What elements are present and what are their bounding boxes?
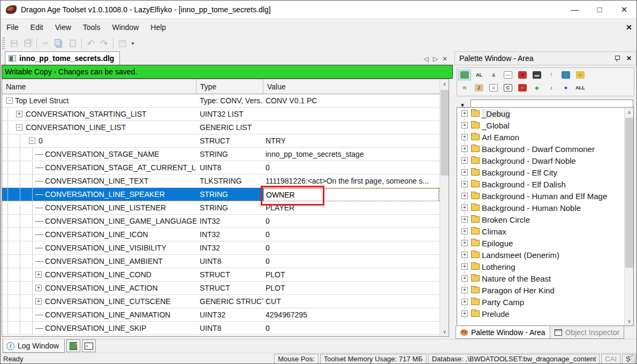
expand-plus-icon[interactable]: +: [461, 193, 468, 199]
menu-file[interactable]: File: [1, 20, 25, 35]
table-row[interactable]: −CONVERSATION_LINE_LISTGENERIC LIST: [2, 121, 439, 134]
menu-edit[interactable]: Edit: [25, 20, 49, 35]
close-document-icon[interactable]: ✕: [626, 23, 632, 32]
scroll-down-icon[interactable]: ∨: [625, 316, 634, 325]
table-row[interactable]: CONVERSATION_LINE_TEXTTLKSTRING111198122…: [2, 175, 439, 188]
expand-plus-icon[interactable]: +: [461, 299, 468, 305]
grid-scrollbar[interactable]: ∧ ∨: [439, 79, 449, 336]
collapse-minus-icon[interactable]: −: [6, 97, 13, 104]
resize-grip-icon[interactable]: [627, 354, 636, 363]
close-button[interactable]: ✕: [612, 1, 636, 18]
collapse-minus-icon[interactable]: −: [29, 138, 35, 144]
notebook-button[interactable]: [66, 339, 80, 352]
table-row[interactable]: CONVERSATION_LINE_GAME_LANGUAGEINT320: [2, 215, 439, 228]
script-icon[interactable]: Z: [473, 82, 486, 93]
palette-tree-item[interactable]: +Broken Circle: [457, 214, 633, 225]
expand-plus-icon[interactable]: +: [461, 287, 468, 293]
area-list-icon[interactable]: AL: [473, 70, 486, 80]
toolbar-dropdown-icon[interactable]: ▼: [131, 41, 135, 46]
menu-help[interactable]: Help: [145, 20, 172, 35]
save-icon[interactable]: [8, 37, 20, 49]
table-row[interactable]: CONVERSATION_LINE_LISTENERSTRINGPLAYER: [2, 201, 439, 215]
table-row[interactable]: +CONVERSATION_LINE_CONDSTRUCTPLOT: [2, 268, 439, 282]
properties-icon[interactable]: [116, 37, 128, 49]
prefab-icon[interactable]: ■: [559, 82, 572, 93]
cut-icon[interactable]: ✂: [40, 37, 52, 49]
undo-icon[interactable]: ↶: [85, 37, 97, 49]
tab-log-window[interactable]: i Log Window: [3, 339, 65, 353]
palette-tree-item[interactable]: +Party Camp: [457, 296, 633, 308]
tab-palette-window-area[interactable]: Palette Window - Area: [456, 326, 550, 339]
table-row[interactable]: −Top Level StructType: CONV, Vers...CONV…: [2, 94, 439, 108]
expand-plus-icon[interactable]: +: [35, 285, 42, 291]
maximize-button[interactable]: □: [587, 1, 612, 18]
copy-icon[interactable]: [53, 37, 65, 49]
palette-tree-item[interactable]: +Prelude: [457, 308, 633, 320]
table-row[interactable]: CONVERSATION_LINE_SKIPUINT80: [2, 322, 439, 335]
rock-icon[interactable]: ●: [516, 82, 529, 93]
scrollbar-thumb[interactable]: [441, 90, 449, 176]
expand-plus-icon[interactable]: +: [461, 134, 468, 140]
menu-tools[interactable]: Tools: [77, 20, 107, 35]
scroll-up-icon[interactable]: ∧: [440, 79, 449, 88]
collapse-minus-icon[interactable]: −: [16, 124, 22, 131]
column-header-name[interactable]: Name: [2, 79, 196, 94]
palette-tree-scrollbar[interactable]: ∧ ∨: [624, 108, 633, 325]
copyright-doc-icon[interactable]: C: [502, 82, 514, 93]
area-icon[interactable]: [458, 70, 471, 80]
table-row[interactable]: +CONVERSATION_LINE_ACTIONSTRUCTPLOT: [2, 282, 439, 295]
palette-tree-item[interactable]: +_Debug: [457, 108, 633, 119]
table-row[interactable]: CONVERSATION_LINE_AMBIENTUINT80: [2, 255, 439, 268]
palette-tree-item[interactable]: +Background - Elf City: [457, 166, 633, 178]
expand-plus-icon[interactable]: +: [461, 181, 468, 187]
palette-close-icon[interactable]: ✕: [626, 55, 632, 62]
palette-tree-item[interactable]: +Epilogue: [457, 237, 633, 249]
palette-tree-item[interactable]: +Background - Human Noble: [457, 202, 633, 214]
creature-icon[interactable]: ✕: [516, 70, 529, 80]
gem-icon[interactable]: ◆: [530, 82, 543, 93]
palette-tree-item[interactable]: +Background - Elf Dalish: [457, 178, 633, 190]
conversation-icon[interactable]: ⋯: [502, 70, 514, 80]
item-icon[interactable]: †: [545, 70, 558, 80]
palette-tree-item[interactable]: +Background - Dwarf Commoner: [457, 143, 633, 155]
expand-plus-icon[interactable]: +: [461, 252, 468, 258]
paste-icon[interactable]: [66, 37, 79, 49]
sound-icon[interactable]: ♪: [545, 82, 558, 93]
menu-window[interactable]: Window: [106, 20, 145, 35]
character-icon[interactable]: ♟: [487, 70, 500, 80]
expand-plus-icon[interactable]: +: [461, 146, 468, 152]
palette-tree-item[interactable]: +Background - Human and Elf Mage: [457, 190, 633, 202]
scroll-up-icon[interactable]: ∧: [625, 108, 634, 117]
expand-plus-icon[interactable]: +: [35, 298, 42, 305]
table-row[interactable]: CONVERSATION_LINE_VISIBILITYINT320: [2, 241, 439, 255]
expand-plus-icon[interactable]: +: [16, 111, 22, 117]
expand-plus-icon[interactable]: +: [35, 271, 42, 278]
expand-plus-icon[interactable]: +: [461, 110, 468, 117]
column-header-value[interactable]: Value: [263, 79, 439, 94]
minimize-button[interactable]: —: [563, 1, 587, 18]
scroll-down-icon[interactable]: ∨: [440, 327, 449, 336]
expand-plus-icon[interactable]: +: [461, 204, 468, 211]
table-row[interactable]: CONVERSATION_STAGE_NAMESTRINGinno_pp_tom…: [2, 148, 439, 161]
tab-scroll-left-icon[interactable]: ◁: [423, 55, 428, 63]
table-row[interactable]: CONVERSATION_LINE_ICONINT320: [2, 228, 439, 241]
palette-tree-item[interactable]: +Arl Eamon: [457, 131, 633, 143]
all-icon[interactable]: ALL: [574, 82, 587, 93]
expand-plus-icon[interactable]: +: [461, 310, 468, 317]
tab-document[interactable]: inno_pp_tome_secrets.dlg: [5, 51, 120, 65]
palette-tree-item[interactable]: +Climax: [457, 225, 633, 237]
redo-icon[interactable]: ↷: [98, 37, 110, 49]
expand-plus-icon[interactable]: +: [461, 275, 468, 282]
placeable-icon[interactable]: π: [458, 82, 471, 93]
toolbar-grip[interactable]: [2, 37, 5, 49]
expand-plus-icon[interactable]: +: [461, 122, 468, 128]
expand-plus-icon[interactable]: +: [461, 216, 468, 223]
table-row[interactable]: +CONVERSATION_STARTING_LISTUINT32 LIST: [2, 108, 439, 121]
column-header-type[interactable]: Type: [196, 79, 263, 94]
palette-tree-item[interactable]: +Landsmeet (Denerim): [457, 249, 633, 261]
console-button[interactable]: >: [82, 339, 96, 352]
treasure-icon[interactable]: ≡: [574, 70, 587, 80]
tab-close-icon[interactable]: ✕: [442, 55, 448, 63]
table-row[interactable]: −0STRUCTNTRY: [2, 134, 439, 148]
palette-tree-item[interactable]: +Nature of the Beast: [457, 272, 633, 284]
